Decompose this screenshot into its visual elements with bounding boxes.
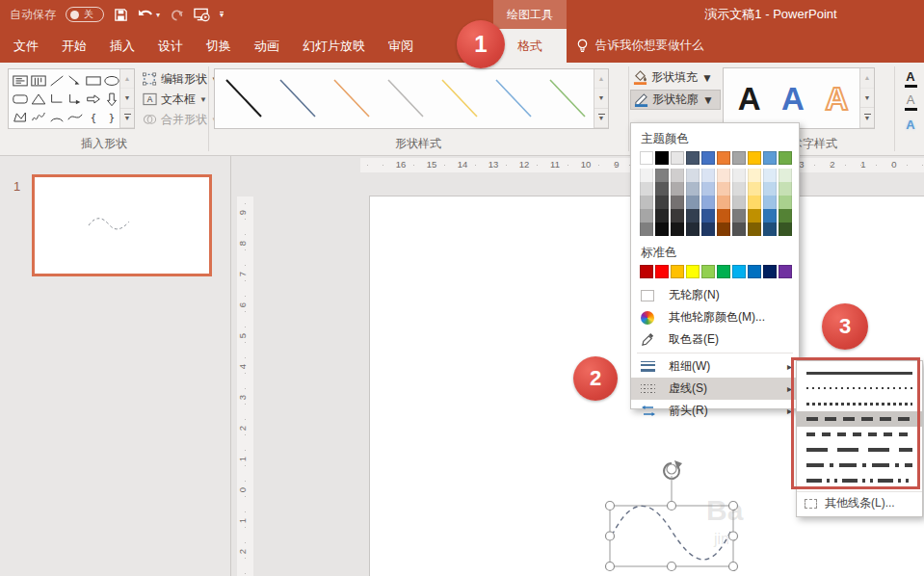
menu-item-more-outline-colors[interactable]: 其他轮廓颜色(M)... [631, 306, 799, 328]
shape-right-arrow-icon[interactable] [84, 90, 102, 108]
color-swatch[interactable] [686, 265, 700, 278]
shape-down-arrow-icon[interactable] [102, 90, 120, 108]
color-swatch[interactable] [701, 151, 715, 165]
start-slideshow-button[interactable] [194, 8, 210, 22]
color-swatch[interactable] [717, 169, 730, 182]
dash-style-solid[interactable] [797, 365, 922, 380]
save-button[interactable] [114, 8, 128, 22]
color-swatch[interactable] [655, 169, 669, 182]
scroll-up-icon[interactable]: ▲ [120, 69, 134, 89]
color-swatch[interactable] [640, 169, 653, 182]
shape-style-preset[interactable] [433, 71, 487, 125]
color-swatch[interactable] [671, 182, 684, 196]
text-effects-button[interactable]: A [899, 115, 922, 135]
color-swatch[interactable] [748, 182, 761, 196]
wordart-preset[interactable]: A [738, 83, 761, 115]
dash-style-long-dash-dot-dot[interactable] [797, 473, 922, 488]
color-swatch[interactable] [748, 151, 761, 165]
scroll-up-icon[interactable]: ▲ [860, 68, 874, 89]
color-swatch[interactable] [640, 182, 653, 196]
scroll-up-icon[interactable]: ▲ [594, 69, 608, 89]
wordart-preset[interactable]: A [825, 83, 848, 115]
customize-qat-button[interactable]: ▾ [220, 12, 224, 18]
menu-item-weight[interactable]: 粗细(W)▸ [631, 355, 799, 378]
color-swatch[interactable] [717, 209, 730, 223]
shape-rounded-rectangle-icon[interactable] [11, 90, 29, 108]
shape-style-preset[interactable] [271, 71, 325, 125]
color-swatch[interactable] [779, 169, 792, 182]
color-swatch[interactable] [779, 151, 792, 165]
more-lines-item[interactable]: 其他线条(L)... [797, 491, 922, 514]
color-swatch[interactable] [686, 196, 700, 209]
color-swatch[interactable] [763, 265, 777, 278]
dash-style-square-dot[interactable] [797, 396, 922, 411]
color-swatch[interactable] [763, 209, 777, 223]
scroll-down-icon[interactable]: ▼ [120, 89, 134, 108]
color-swatch[interactable] [640, 196, 653, 209]
shape-textbox-icon[interactable] [11, 71, 29, 90]
color-swatch[interactable] [748, 169, 761, 182]
shape-style-preset[interactable] [487, 71, 541, 125]
color-swatch[interactable] [779, 223, 792, 236]
color-swatch[interactable] [686, 182, 700, 196]
color-swatch[interactable] [779, 196, 792, 209]
color-swatch[interactable] [732, 182, 746, 196]
shape-vertical-textbox-icon[interactable] [29, 71, 47, 90]
color-swatch[interactable] [779, 209, 792, 223]
shape-outline-button[interactable]: 形状轮廓▼ [630, 90, 721, 110]
wordart-preset[interactable]: A [781, 83, 805, 115]
color-swatch[interactable] [732, 265, 746, 278]
color-swatch[interactable] [748, 223, 761, 236]
gallery-more-icon[interactable]: ▼ [594, 109, 608, 128]
menu-item-no-outline[interactable]: 无轮廓(N) [631, 284, 799, 306]
color-swatch[interactable] [732, 151, 746, 165]
color-swatch[interactable] [655, 196, 669, 209]
undo-button[interactable]: ▾ [138, 8, 160, 21]
color-swatch[interactable] [655, 209, 669, 223]
color-swatch[interactable] [701, 265, 715, 278]
menu-item-eyedropper[interactable]: 取色器(E) [631, 328, 799, 351]
tab-review[interactable]: 审阅 [377, 29, 425, 63]
shape-scribble-icon[interactable] [29, 108, 47, 126]
shape-style-preset[interactable] [379, 71, 433, 125]
color-swatch[interactable] [686, 223, 700, 236]
shape-rectangle-icon[interactable] [84, 71, 102, 90]
scroll-down-icon[interactable]: ▼ [594, 89, 608, 108]
color-swatch[interactable] [671, 196, 684, 209]
color-swatch[interactable] [671, 223, 684, 236]
tab-home[interactable]: 开始 [50, 29, 98, 63]
shape-style-preset[interactable] [325, 71, 379, 125]
color-swatch[interactable] [763, 169, 777, 182]
shape-right-brace-icon[interactable]: } [102, 108, 120, 126]
color-swatch[interactable] [701, 196, 715, 209]
text-fill-button[interactable]: A [899, 68, 922, 89]
shape-curve-icon[interactable] [66, 108, 84, 126]
color-swatch[interactable] [655, 151, 669, 165]
color-swatch[interactable] [686, 209, 700, 223]
color-swatch[interactable] [732, 169, 746, 182]
menu-item-dashes[interactable]: 虚线(S)▸ [631, 378, 799, 400]
color-swatch[interactable] [701, 182, 715, 196]
tab-file[interactable]: 文件 [2, 29, 50, 63]
shape-arc-icon[interactable] [47, 108, 66, 126]
color-swatch[interactable] [671, 151, 684, 165]
color-swatch[interactable] [655, 182, 669, 196]
color-swatch[interactable] [717, 196, 730, 209]
tab-insert[interactable]: 插入 [98, 29, 146, 63]
tab-transitions[interactable]: 切换 [195, 29, 243, 63]
shape-arrow-line-icon[interactable] [66, 71, 84, 90]
color-swatch[interactable] [779, 182, 792, 196]
shape-elbow-connector-icon[interactable] [47, 90, 66, 108]
shape-elbow-arrow-icon[interactable] [66, 90, 84, 108]
redo-button[interactable] [170, 8, 184, 21]
color-swatch[interactable] [686, 169, 700, 182]
color-swatch[interactable] [640, 151, 653, 165]
color-swatch[interactable] [717, 265, 730, 278]
color-swatch[interactable] [717, 182, 730, 196]
text-outline-button[interactable]: A [899, 92, 922, 112]
dash-style-dash-medium[interactable] [797, 427, 922, 442]
color-swatch[interactable] [763, 182, 777, 196]
tab-animations[interactable]: 动画 [243, 29, 291, 63]
tab-design[interactable]: 设计 [146, 29, 195, 63]
color-swatch[interactable] [732, 196, 746, 209]
